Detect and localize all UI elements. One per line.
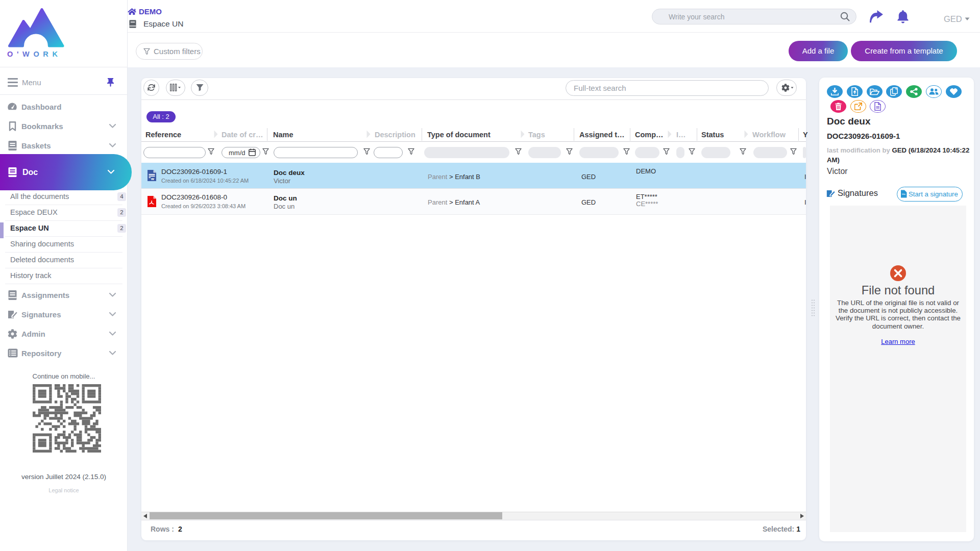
svg-text:O'WORK: O'WORK: [7, 50, 61, 58]
svg-text:w: w: [151, 177, 154, 181]
